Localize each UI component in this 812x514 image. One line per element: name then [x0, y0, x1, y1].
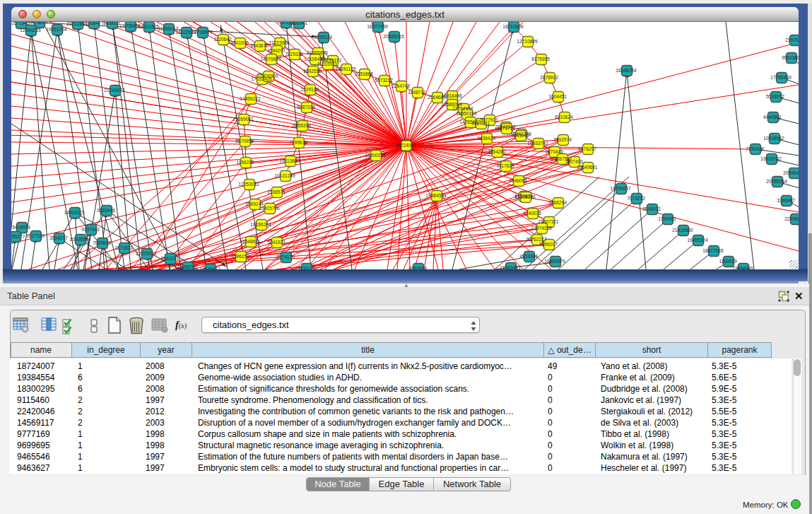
svg-text:4740036: 4740036 [523, 211, 541, 216]
svg-text:17106470: 17106470 [304, 57, 325, 62]
svg-text:18196204: 18196204 [250, 222, 271, 227]
svg-text:3564217: 3564217 [49, 235, 68, 240]
svg-text:8175395: 8175395 [531, 57, 550, 62]
svg-text:9436429: 9436429 [477, 136, 495, 141]
svg-text:2571945: 2571945 [11, 22, 30, 25]
svg-text:8670955: 8670955 [235, 139, 254, 144]
svg-text:21223584: 21223584 [269, 40, 290, 45]
svg-text:13415796: 13415796 [259, 206, 280, 211]
svg-text:13191175: 13191175 [336, 66, 356, 71]
svg-text:14924115: 14924115 [64, 210, 85, 215]
svg-text:10649691: 10649691 [577, 165, 598, 170]
svg-text:16693979: 16693979 [544, 259, 565, 264]
svg-text:12710895: 12710895 [517, 39, 538, 44]
svg-text:16818496: 16818496 [441, 93, 462, 98]
svg-text:6440561: 6440561 [763, 115, 782, 119]
svg-text:18683481: 18683481 [500, 265, 521, 269]
svg-text:1192619: 1192619 [719, 259, 737, 264]
svg-text:2264748: 2264748 [392, 83, 410, 88]
svg-text:6866294: 6866294 [548, 200, 567, 205]
svg-text:16648784: 16648784 [616, 68, 637, 73]
svg-text:3970445: 3970445 [545, 149, 563, 154]
svg-text:7089806: 7089806 [93, 240, 111, 245]
svg-text:4117625: 4117625 [496, 163, 514, 168]
svg-text:14456272: 14456272 [240, 96, 261, 101]
svg-text:5673212: 5673212 [375, 78, 393, 83]
svg-text:17536477: 17536477 [83, 22, 104, 25]
svg-text:21068782: 21068782 [177, 264, 198, 269]
svg-text:5418934: 5418934 [12, 225, 30, 230]
svg-text:17755439: 17755439 [770, 75, 792, 80]
svg-text:13426900: 13426900 [257, 74, 278, 78]
svg-text:5977931: 5977931 [480, 117, 498, 122]
svg-text:4860684: 4860684 [408, 266, 427, 269]
svg-text:19515702: 19515702 [760, 156, 782, 161]
svg-text:10538552: 10538552 [763, 136, 784, 141]
svg-text:6855396: 6855396 [293, 123, 311, 128]
svg-text:7073292: 7073292 [627, 196, 645, 201]
svg-text:20762277: 20762277 [526, 237, 547, 242]
svg-text:11785277: 11785277 [11, 234, 25, 239]
svg-text:5476257: 5476257 [578, 146, 596, 151]
svg-text:13348276: 13348276 [514, 194, 536, 199]
svg-text:7730428: 7730428 [746, 146, 764, 151]
svg-text:2074176: 2074176 [276, 255, 295, 259]
svg-text:21269091: 21269091 [233, 117, 254, 122]
svg-text:7199635: 7199635 [289, 140, 307, 145]
svg-text:2166941: 2166941 [289, 22, 307, 25]
svg-text:9197443: 9197443 [81, 227, 100, 232]
svg-text:4946066: 4946066 [509, 178, 527, 183]
svg-text:1604451: 1604451 [548, 94, 567, 99]
svg-text:18877065: 18877065 [702, 248, 724, 253]
svg-text:20785264: 20785264 [766, 179, 787, 184]
svg-text:15933742: 15933742 [527, 141, 548, 146]
svg-text:2197935: 2197935 [785, 37, 799, 42]
svg-text:18724007: 18724007 [395, 143, 416, 148]
svg-text:1954280: 1954280 [488, 149, 506, 154]
svg-text:8210624: 8210624 [555, 115, 573, 119]
svg-text:15507321: 15507321 [538, 219, 559, 224]
svg-text:10131249: 10131249 [274, 173, 295, 178]
svg-text:20996436: 20996436 [783, 170, 799, 175]
svg-text:7907400: 7907400 [565, 159, 583, 164]
svg-text:21243673: 21243673 [104, 88, 125, 93]
svg-text:16210606: 16210606 [502, 24, 524, 29]
svg-text:2229110: 2229110 [300, 87, 319, 92]
svg-text:21055895: 21055895 [307, 50, 328, 55]
svg-text:20665015: 20665015 [383, 34, 404, 39]
svg-text:22279371: 22279371 [136, 251, 157, 256]
svg-text:16550190: 16550190 [456, 111, 477, 116]
svg-text:21416580: 21416580 [672, 228, 693, 233]
svg-text:10009594: 10009594 [69, 237, 90, 242]
svg-text:6692553: 6692553 [303, 69, 322, 74]
svg-text:1971823: 1971823 [114, 245, 133, 250]
svg-text:6171716: 6171716 [497, 126, 515, 131]
svg-text:3351868: 3351868 [355, 71, 373, 76]
svg-text:16455324: 16455324 [687, 238, 708, 243]
svg-text:10728977: 10728977 [192, 30, 213, 35]
svg-text:6543670: 6543670 [250, 43, 269, 48]
svg-text:4841005: 4841005 [230, 40, 249, 45]
svg-text:22974268: 22974268 [531, 226, 552, 230]
svg-text:3592974: 3592974 [553, 137, 572, 142]
svg-text:9517169: 9517169 [26, 233, 45, 238]
svg-text:11016911: 11016911 [317, 62, 338, 66]
svg-text:9961380: 9961380 [782, 55, 799, 60]
svg-text:2161193: 2161193 [160, 256, 179, 261]
svg-text:12253031: 12253031 [238, 182, 259, 187]
svg-text:4553384: 4553384 [519, 254, 538, 259]
svg-text:1109031: 1109031 [102, 22, 121, 25]
svg-text:14076817: 14076817 [260, 57, 281, 62]
svg-text:18300295: 18300295 [365, 153, 386, 158]
svg-text:1848731: 1848731 [408, 90, 426, 95]
svg-text:7003042: 7003042 [511, 133, 529, 138]
svg-text:16377459: 16377459 [367, 24, 388, 29]
svg-text:5528972: 5528972 [766, 94, 784, 99]
svg-text:19384554: 19384554 [425, 193, 447, 198]
svg-text:4594297: 4594297 [267, 48, 286, 53]
svg-text:7829332: 7829332 [285, 52, 303, 57]
svg-text:11548511: 11548511 [240, 239, 261, 244]
svg-text:12094235: 12094235 [20, 28, 41, 33]
svg-text:2936571: 2936571 [267, 189, 286, 194]
svg-text:3030113: 3030113 [297, 266, 315, 269]
